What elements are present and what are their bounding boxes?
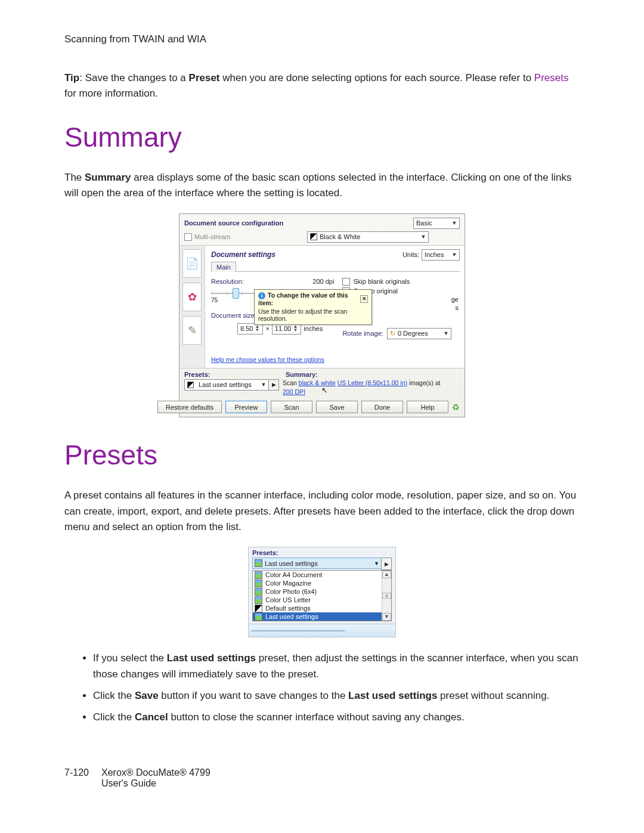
done-button[interactable]: Done bbox=[361, 401, 403, 413]
chevron-down-icon: ▼ bbox=[451, 252, 458, 258]
units-dropdown[interactable]: Inches ▼ bbox=[422, 249, 460, 261]
chevron-down-icon: ▼ bbox=[451, 220, 458, 226]
info-icon: i bbox=[258, 292, 265, 299]
rotate-label: Rotate image: bbox=[342, 330, 383, 337]
preset-apply-button[interactable]: ▶ bbox=[381, 558, 392, 570]
tooltip: iTo change the value of this item: ✕ Use… bbox=[254, 289, 372, 325]
color-icon bbox=[255, 596, 262, 604]
document-settings-icon[interactable]: 📄 bbox=[182, 249, 202, 278]
summary-label: Summary: bbox=[286, 371, 318, 378]
presets-label: Presets: bbox=[184, 371, 282, 378]
inches-label: inches bbox=[304, 325, 323, 332]
rotate-dropdown[interactable]: ↻ 0 Degrees ▼ bbox=[387, 328, 451, 339]
partial-text-s: s bbox=[456, 304, 459, 311]
list-item: If you select the Last used settings pre… bbox=[93, 651, 580, 682]
bw-icon bbox=[255, 605, 262, 612]
summary-link-dpi[interactable]: 200 DPI bbox=[283, 388, 305, 395]
slider-thumb[interactable] bbox=[233, 288, 239, 299]
list-item[interactable]: Color Photo (6x4) bbox=[253, 587, 382, 596]
help-choose-link[interactable]: Help me choose values for these options bbox=[211, 356, 324, 363]
page-footer: 7-120 Xerox® DocuMate® 4799 User's Guide bbox=[64, 767, 580, 789]
scanner-dialog: Document source configuration Basic ▼ Mu… bbox=[179, 213, 465, 418]
footer-product: Xerox® DocuMate® 4799 bbox=[101, 767, 210, 778]
color-icon bbox=[255, 571, 262, 579]
bw-icon bbox=[187, 382, 194, 388]
chevron-down-icon: ▼ bbox=[420, 234, 427, 240]
panel-footer-bar bbox=[249, 624, 395, 637]
list-item: Click the Cancel button to close the sca… bbox=[93, 710, 580, 725]
list-item[interactable]: Color Magazine bbox=[253, 579, 382, 587]
page-number: 7-120 bbox=[64, 767, 93, 789]
preset-apply-button[interactable]: ▶ bbox=[268, 379, 279, 391]
presets-heading: Presets bbox=[64, 439, 580, 471]
partial-text-ge: ge bbox=[451, 296, 459, 303]
panel-title: Document settings bbox=[211, 250, 275, 259]
color-icon bbox=[255, 613, 262, 621]
footer-doc: User's Guide bbox=[101, 778, 156, 788]
skip-blank-checkbox[interactable]: Skip blank originals bbox=[342, 278, 460, 286]
source-config-label: Document source configuration bbox=[184, 219, 283, 227]
section-header: Scanning from TWAIN and WIA bbox=[64, 33, 580, 45]
color-icon bbox=[255, 588, 262, 596]
units-label: Units: bbox=[402, 251, 419, 258]
chevron-down-icon: ▼ bbox=[374, 561, 379, 566]
rotate-icon: ↻ bbox=[390, 330, 395, 337]
scan-button[interactable]: Scan bbox=[271, 401, 312, 413]
main-tab[interactable]: Main bbox=[211, 262, 236, 272]
color-icon bbox=[255, 559, 262, 567]
summary-link-size[interactable]: US Letter (8.50x11.00 in) bbox=[338, 379, 407, 386]
bullet-list: If you select the Last used settings pre… bbox=[64, 651, 580, 725]
scroll-thumb[interactable]: ≡ bbox=[382, 593, 391, 599]
presets-description: A preset contains all features in the sc… bbox=[64, 488, 580, 535]
scrollbar[interactable]: ▲ ≡ ▼ bbox=[382, 571, 391, 621]
list-item-selected[interactable]: Last used settings bbox=[253, 612, 382, 621]
list-item[interactable]: Default settings bbox=[253, 604, 382, 612]
resolution-label: Resolution: bbox=[211, 278, 244, 285]
color-icon bbox=[255, 580, 262, 587]
category-sidebar: 📄 ✿ ✎ bbox=[179, 246, 205, 368]
list-item[interactable]: Color US Letter bbox=[253, 596, 382, 604]
tooltip-close-icon[interactable]: ✕ bbox=[360, 295, 368, 303]
save-button[interactable]: Save bbox=[316, 401, 358, 413]
scroll-down-icon[interactable]: ▼ bbox=[382, 613, 391, 621]
presets-link[interactable]: Presets bbox=[534, 72, 569, 83]
help-button[interactable]: Help bbox=[407, 401, 448, 413]
preset-dropdown[interactable]: Last used settings ▼ bbox=[184, 379, 269, 391]
bw-icon bbox=[310, 233, 317, 240]
cursor-icon: ↖ bbox=[321, 386, 328, 396]
chevron-down-icon: ▼ bbox=[442, 330, 450, 336]
advanced-settings-icon[interactable]: ✎ bbox=[182, 316, 202, 345]
checkbox-icon bbox=[342, 278, 350, 286]
restore-defaults-button[interactable]: Restore defaults bbox=[157, 401, 222, 413]
checkbox-icon bbox=[184, 233, 192, 241]
chevron-down-icon: ▼ bbox=[260, 382, 267, 388]
list-item: Click the Save button if you want to sav… bbox=[93, 688, 580, 704]
summary-heading: Summary bbox=[64, 121, 580, 153]
preset-list[interactable]: Color A4 Document Color Magazine Color P… bbox=[253, 571, 382, 621]
color-mode-dropdown[interactable]: Black & White ▼ bbox=[307, 231, 429, 243]
mode-dropdown[interactable]: Basic ▼ bbox=[413, 218, 460, 229]
recycle-icon[interactable]: ♻ bbox=[452, 402, 460, 412]
preview-button[interactable]: Preview bbox=[225, 401, 267, 413]
preset-select[interactable]: Last used settings ▼ bbox=[252, 558, 382, 569]
summary-link-color[interactable]: black & white bbox=[299, 379, 336, 386]
list-item[interactable]: Color A4 Document bbox=[253, 571, 382, 579]
scroll-up-icon[interactable]: ▲ bbox=[382, 571, 391, 578]
tip-paragraph: Tip: Save the changes to a Preset when y… bbox=[64, 70, 580, 101]
tip-label: Tip bbox=[64, 72, 79, 83]
presets-label: Presets: bbox=[249, 549, 395, 558]
resolution-value: 200 dpi bbox=[312, 278, 334, 285]
document-size-label: Document size: bbox=[211, 312, 256, 319]
color-settings-icon[interactable]: ✿ bbox=[182, 283, 202, 311]
slider-min: 75 bbox=[211, 297, 218, 304]
summary-description: The Summary area displays some of the ba… bbox=[64, 170, 580, 202]
summary-text: Scan black & white US Letter (8.50x11.00… bbox=[283, 379, 440, 398]
presets-dropdown-screenshot: Presets: Last used settings ▼ ▶ Color A4… bbox=[248, 547, 396, 637]
multi-stream-checkbox[interactable]: Multi-stream bbox=[184, 233, 231, 241]
